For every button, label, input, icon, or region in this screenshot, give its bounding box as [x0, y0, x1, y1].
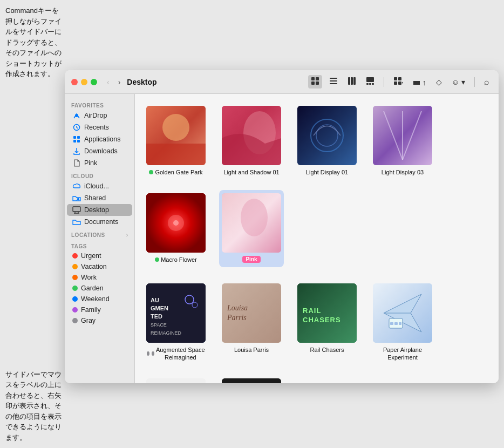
svg-rect-1: [316, 77, 319, 80]
svg-rect-32: [297, 106, 357, 165]
svg-rect-63: [394, 322, 398, 325]
view-column-button[interactable]: [345, 75, 359, 89]
sidebar-item-label: Garden: [81, 284, 104, 292]
sidebar-item-label: Vacation: [81, 263, 107, 270]
file-item-light-display-03[interactable]: Light Display 03: [370, 103, 435, 179]
sidebar-item-urgent[interactable]: Urgent: [67, 250, 132, 261]
share-button[interactable]: ↑: [410, 75, 429, 89]
garden-dot: [72, 286, 78, 291]
sidebar-item-label: AirDrop: [84, 112, 107, 119]
sidebar-item-pink[interactable]: Pink: [67, 157, 132, 169]
forward-button[interactable]: ›: [116, 77, 123, 87]
file-name: Louisa Parris: [234, 346, 269, 354]
sidebar-item-label: Applications: [84, 135, 120, 143]
file-item-paper-airplane[interactable]: Paper Airplane Experiment: [370, 280, 435, 365]
file-thumbnail: [222, 106, 281, 165]
minimize-button[interactable]: [81, 79, 87, 85]
traffic-lights: [71, 79, 97, 85]
sidebar-item-garden[interactable]: Garden: [67, 283, 132, 294]
tag-dot: [149, 170, 153, 174]
file-item-augmented[interactable]: AU GMEN TED SPACE REIMAGINED Augmented S…: [144, 280, 208, 365]
sidebar-item-recents[interactable]: Recents: [67, 121, 132, 133]
top-annotation: Commandキーを押しながらファイルをサイドバーにドラッグすると、そのファイル…: [5, 5, 65, 79]
search-button[interactable]: ⌕: [481, 76, 492, 89]
clock-icon: [72, 123, 81, 132]
tag-dot: [155, 257, 159, 262]
file-name-row: Augmented Space Reimagined: [147, 346, 205, 362]
sidebar-item-work[interactable]: Work: [67, 272, 132, 283]
sidebar-item-downloads[interactable]: Downloads: [67, 145, 132, 157]
svg-rect-2: [311, 82, 315, 85]
family-dot: [72, 307, 78, 313]
sidebar-item-weekend[interactable]: Weekend: [67, 294, 132, 304]
file-name-row: Macro Flower: [155, 256, 197, 263]
svg-text:RAIL: RAIL: [303, 307, 321, 315]
file-row-2: AU GMEN TED SPACE REIMAGINED Augmented S…: [144, 280, 490, 383]
svg-text:AU: AU: [151, 297, 159, 303]
file-name: Light Display 01: [306, 168, 348, 176]
sidebar-item-applications[interactable]: Applications: [67, 133, 132, 145]
gray-dot: [72, 318, 78, 323]
sidebar-item-icloud[interactable]: iCloud...: [67, 180, 132, 192]
sidebar-item-gray[interactable]: Gray: [67, 315, 132, 326]
svg-rect-24: [77, 140, 80, 142]
file-grid: Golden Gate Park: [135, 94, 499, 383]
file-name: Light and Shadow 01: [223, 168, 279, 176]
sidebar-item-label: Desktop: [84, 206, 109, 214]
svg-rect-16: [394, 82, 397, 85]
svg-rect-12: [369, 83, 371, 85]
file-name-row: Light and Shadow 01: [223, 168, 279, 176]
sidebar-item-shared[interactable]: Shared: [67, 192, 132, 204]
file-row-1: Golden Gate Park: [144, 103, 490, 267]
tag-dot: [147, 351, 149, 356]
tag-button[interactable]: ◇: [433, 76, 445, 88]
file-name-row: Paper Airplane Experiment: [373, 346, 432, 362]
view-gallery-button[interactable]: [363, 75, 377, 89]
group-button[interactable]: ▾: [391, 75, 406, 89]
file-item-macro-flower[interactable]: Macro Flower: [144, 190, 208, 267]
sidebar-item-vacation[interactable]: Vacation: [67, 261, 132, 272]
view-list-button[interactable]: [326, 75, 340, 89]
sidebar-item-documents[interactable]: Documents: [67, 216, 132, 228]
folder-shared-icon: [72, 194, 81, 202]
sidebar-item-desktop[interactable]: Desktop: [67, 204, 132, 216]
sidebar-item-label: Documents: [84, 218, 118, 226]
locations-arrow[interactable]: ›: [126, 232, 128, 238]
file-item-light-shadow[interactable]: Light and Shadow 01: [219, 103, 284, 179]
sidebar-item-airdrop[interactable]: AirDrop: [67, 110, 132, 121]
svg-text:Parris: Parris: [227, 314, 247, 322]
sidebar-item-label: Pink: [84, 159, 97, 167]
view-icon-button[interactable]: [308, 75, 322, 89]
svg-rect-3: [316, 82, 319, 85]
pink-badge: Pink: [242, 256, 260, 263]
sidebar-item-label: Work: [81, 274, 97, 281]
svg-text:GMEN: GMEN: [151, 305, 168, 311]
sidebar-item-label: iCloud...: [84, 182, 109, 190]
file-item-golden-gate[interactable]: Golden Gate Park: [144, 103, 208, 179]
svg-text:Louisa: Louisa: [227, 304, 248, 312]
svg-point-41: [173, 220, 179, 226]
work-dot: [72, 275, 78, 280]
file-name: Rail Chasers: [310, 346, 344, 354]
locations-header: Locations ›: [65, 228, 134, 239]
close-button[interactable]: [71, 79, 78, 85]
file-item-light-display-01[interactable]: Light Display 01: [295, 103, 359, 179]
sidebar-item-label: Weekend: [81, 295, 110, 303]
file-name-row: Light Display 03: [382, 168, 424, 176]
emoji-button[interactable]: ☺ ▾: [449, 76, 468, 88]
file-item-fall-scents[interactable]: SIGNATURE SCENTS ꕤ Fall Scents Outline: [219, 375, 284, 383]
file-thumbnail: SIGNATURE SCENTS ꕤ: [222, 378, 281, 383]
svg-rect-26: [73, 207, 80, 212]
svg-rect-7: [348, 77, 350, 85]
file-item-pink[interactable]: Pink: [219, 190, 284, 267]
sidebar-item-family[interactable]: Family: [67, 304, 132, 315]
zoom-button[interactable]: [91, 79, 97, 85]
svg-text:TED: TED: [151, 313, 162, 320]
file-item-rail-chasers[interactable]: RAIL CHASERS Rail Chasers: [295, 280, 359, 365]
locations-title: Locations: [71, 232, 105, 238]
file-name: Light Display 03: [382, 168, 424, 176]
file-item-louisa[interactable]: Louisa Parris Louisa Parris: [219, 280, 284, 365]
back-button[interactable]: ‹: [105, 77, 112, 87]
file-item-bland-workshop[interactable]: BLAND WORKSHOP Bland Workshop: [144, 375, 208, 383]
sidebar-item-label: Urgent: [81, 252, 101, 260]
